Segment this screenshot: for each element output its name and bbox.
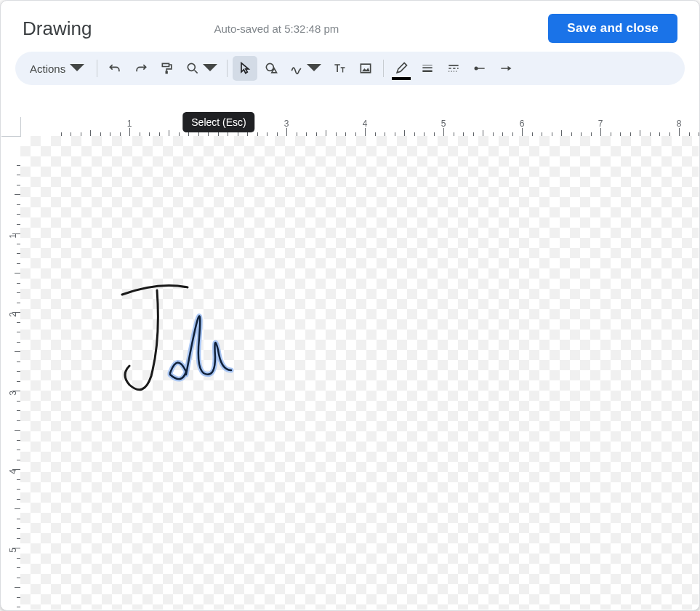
svg-line-2 bbox=[195, 71, 198, 73]
text-icon bbox=[332, 61, 347, 76]
dialog-title: Drawing bbox=[23, 17, 92, 40]
line-start-icon bbox=[472, 61, 487, 76]
text-box-button[interactable] bbox=[327, 56, 352, 81]
ruler-v-label: 5 bbox=[8, 548, 18, 553]
image-icon bbox=[358, 61, 373, 76]
undo-button[interactable] bbox=[102, 56, 127, 81]
separator bbox=[227, 60, 228, 77]
line-start-button[interactable] bbox=[467, 56, 492, 81]
tooltip: Select (Esc) bbox=[182, 112, 254, 132]
caret-down-icon bbox=[203, 61, 217, 76]
ruler-h-label: 4 bbox=[363, 119, 368, 129]
actions-menu-button[interactable]: Actions bbox=[23, 56, 92, 81]
drawing-dialog: Drawing Auto-saved at 5:32:48 pm Save an… bbox=[0, 0, 700, 611]
autosave-status: Auto-saved at 5:32:48 pm bbox=[214, 23, 339, 35]
separator bbox=[97, 60, 97, 77]
shapes-icon bbox=[264, 61, 278, 76]
svg-point-3 bbox=[267, 63, 274, 71]
shape-tool-button[interactable] bbox=[259, 56, 283, 81]
drawing-canvas[interactable] bbox=[20, 136, 699, 610]
zoom-button[interactable] bbox=[181, 56, 222, 81]
line-weight-icon bbox=[420, 61, 435, 76]
ruler-h-label: 1 bbox=[127, 119, 132, 129]
caret-down-icon bbox=[70, 61, 84, 76]
line-weight-button[interactable] bbox=[415, 56, 440, 81]
line-end-icon bbox=[499, 61, 513, 76]
ruler-h-label: 7 bbox=[598, 119, 603, 129]
ruler-v-label: 4 bbox=[8, 469, 18, 474]
image-button[interactable] bbox=[353, 56, 378, 81]
ruler-corner bbox=[1, 117, 21, 137]
cursor-icon bbox=[238, 61, 252, 76]
undo-icon bbox=[108, 61, 122, 76]
ruler-h-label: 6 bbox=[520, 119, 525, 129]
ruler-v-label: 3 bbox=[8, 391, 18, 396]
line-end-button[interactable] bbox=[494, 56, 518, 81]
line-color-swatch bbox=[392, 77, 411, 80]
line-dash-button[interactable] bbox=[441, 56, 466, 81]
separator bbox=[383, 60, 384, 77]
redo-button[interactable] bbox=[129, 56, 153, 81]
paint-roller-icon bbox=[160, 61, 174, 76]
canvas-area: 12345678 123456 bbox=[1, 117, 699, 610]
svg-rect-6 bbox=[423, 67, 433, 68]
actions-label: Actions bbox=[30, 63, 65, 75]
caret-down-icon bbox=[307, 61, 321, 76]
line-tool-button[interactable] bbox=[285, 56, 326, 81]
toolbar: Actions bbox=[15, 52, 685, 85]
ruler-h-label: 8 bbox=[677, 119, 682, 129]
paint-format-button[interactable] bbox=[155, 56, 180, 81]
vertical-ruler: 123456 bbox=[1, 136, 21, 610]
dialog-header: Drawing Auto-saved at 5:32:48 pm Save an… bbox=[1, 1, 699, 52]
svg-point-1 bbox=[188, 63, 196, 71]
line-dash-icon bbox=[446, 61, 461, 76]
line-color-button[interactable] bbox=[389, 56, 414, 81]
ruler-h-label: 5 bbox=[441, 119, 446, 129]
pencil-icon bbox=[394, 61, 409, 76]
save-and-close-button[interactable]: Save and close bbox=[548, 14, 677, 43]
checkerboard-background bbox=[20, 136, 699, 610]
select-tool-button[interactable] bbox=[233, 56, 257, 81]
ruler-h-label: 3 bbox=[284, 119, 289, 129]
ruler-v-label: 1 bbox=[8, 233, 18, 239]
scribble-icon bbox=[289, 61, 304, 76]
svg-rect-5 bbox=[423, 65, 433, 65]
zoom-icon bbox=[185, 61, 200, 76]
redo-icon bbox=[134, 61, 148, 76]
ruler-v-label: 2 bbox=[8, 312, 18, 317]
svg-rect-0 bbox=[166, 71, 168, 73]
svg-rect-7 bbox=[423, 71, 433, 73]
horizontal-ruler: 12345678 bbox=[20, 117, 699, 137]
